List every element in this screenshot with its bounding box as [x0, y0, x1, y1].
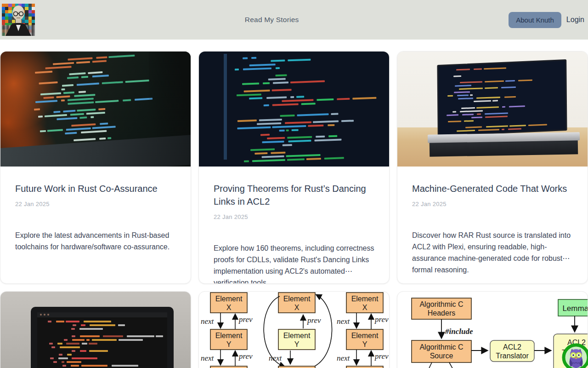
svg-text:next: next [201, 354, 215, 362]
story-image-monitor-editor [0, 292, 191, 368]
svg-text:Headers: Headers [428, 309, 455, 317]
story-card-acl2-toolflow-diagram[interactable]: Algorithmic C Headers #include Algorithm… [397, 291, 588, 368]
svg-text:prev: prev [238, 315, 253, 324]
svg-text:Translator: Translator [496, 352, 529, 360]
monitor-bezel-shape [31, 307, 174, 368]
svg-text:Element: Element [215, 332, 243, 339]
story-excerpt: Discover how RAR Rust source is translat… [412, 230, 573, 276]
site-header: Read My Stories About Knuth Login [0, 0, 588, 40]
svg-text:Algorithmic C: Algorithmic C [419, 343, 463, 351]
acl2-flow-source-box: Algorithmic C Source [412, 340, 471, 362]
about-knuth-button[interactable]: About Knuth [509, 12, 561, 28]
story-excerpt: Explore how 160 theorems, including corr… [214, 242, 374, 284]
svg-text:Algorithmic C: Algorithmic C [419, 300, 463, 308]
svg-text:prev: prev [307, 316, 321, 325]
story-image-laptop-on-desk [397, 52, 588, 167]
svg-text:next: next [337, 317, 351, 326]
site-logo-knuth-portrait[interactable] [2, 4, 35, 36]
stories-grid: Future Work in Rust Co-Assurance 22 Jan … [0, 51, 588, 368]
linked-list-column-right: Element X next prev Element Y next prev [337, 293, 389, 368]
svg-text:prev: prev [374, 352, 389, 361]
story-title[interactable]: Future Work in Rust Co-Assurance [15, 182, 176, 195]
svg-text:Lemmas: Lemmas [562, 304, 588, 313]
svg-text:Element: Element [351, 332, 379, 339]
laptop-screen-shape [437, 59, 567, 136]
story-image-code-screen [199, 52, 389, 167]
svg-text:Element: Element [283, 295, 311, 303]
svg-text:next: next [269, 354, 283, 362]
svg-text:prev: prev [238, 352, 253, 361]
acl2-flow-lemmas-box: Lemmas [558, 299, 588, 316]
acl2-flow-translator-box: ACL2 Translator [490, 340, 534, 362]
svg-text:#include: #include [445, 327, 473, 336]
logo-face-overlay [2, 4, 35, 36]
site-title: Read My Stories [35, 16, 509, 24]
svg-text:Y: Y [362, 340, 368, 348]
story-image-laptop-code [0, 52, 191, 167]
story-card-bottom-left[interactable] [0, 291, 191, 368]
svg-text:Element: Element [351, 295, 379, 303]
svg-text:Element: Element [283, 332, 311, 339]
svg-text:prev: prev [374, 315, 389, 324]
svg-text:X: X [294, 304, 300, 311]
linked-list-column-middle: Element X prev Element Y next [264, 293, 332, 368]
story-card-rust-co-assurance[interactable]: Future Work in Rust Co-Assurance 22 Jan … [0, 51, 191, 284]
story-card-dancing-links-acl2[interactable]: Proving Theorems for Rust’s Dancing Link… [198, 51, 390, 284]
header-actions: About Knuth Login [509, 12, 585, 28]
story-title[interactable]: Machine-Generated Code That Works [412, 182, 573, 195]
story-card-dancing-links-diagram[interactable]: Element X next prev Element Y next prev [198, 291, 390, 368]
story-card-machine-generated-code[interactable]: Machine-Generated Code That Works 22 Jan… [397, 51, 588, 284]
svg-text:Y: Y [226, 340, 232, 348]
story-image-acl2-flow-diagram: Algorithmic C Headers #include Algorithm… [397, 292, 588, 368]
svg-text:next: next [337, 354, 351, 362]
owl-icon [562, 343, 588, 368]
svg-text:next: next [201, 317, 215, 326]
svg-text:ACL2: ACL2 [503, 343, 521, 351]
svg-text:X: X [226, 304, 232, 311]
svg-text:Y: Y [294, 340, 300, 348]
svg-text:Element: Element [215, 295, 243, 303]
story-image-linked-list-diagram: Element X next prev Element Y next prev [199, 292, 389, 368]
login-link[interactable]: Login [566, 16, 585, 24]
story-date: 22 Jan 2025 [15, 201, 176, 207]
svg-text:Source: Source [430, 352, 453, 360]
linked-list-column-left: Element X next prev Element Y next prev [201, 293, 253, 368]
story-excerpt: Explore the latest advancements in Rust-… [15, 230, 176, 253]
acl2-flow-headers-box: Algorithmic C Headers [412, 298, 471, 319]
svg-text:X: X [362, 304, 368, 311]
story-date: 22 Jan 2025 [214, 213, 374, 220]
owl-mascot-badge[interactable] [562, 343, 588, 368]
story-title[interactable]: Proving Theorems for Rust’s Dancing Link… [214, 182, 374, 208]
story-date: 22 Jan 2025 [412, 201, 573, 207]
